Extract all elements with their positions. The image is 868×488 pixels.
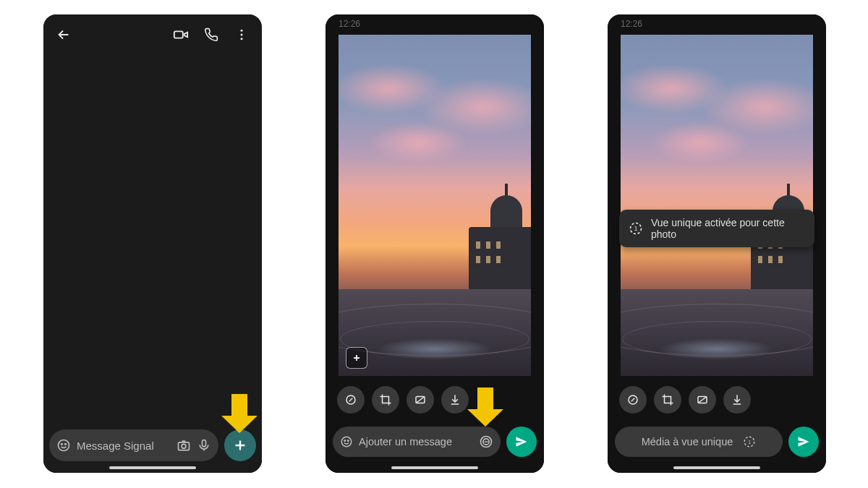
crop-tool-button[interactable] bbox=[372, 386, 399, 414]
svg-point-12 bbox=[341, 437, 352, 447]
svg-point-8 bbox=[182, 444, 186, 448]
svg-point-14 bbox=[348, 440, 349, 442]
media-preview[interactable] bbox=[621, 35, 813, 376]
more-options-button[interactable] bbox=[229, 22, 255, 48]
svg-point-4 bbox=[59, 440, 69, 451]
svg-text:1: 1 bbox=[748, 439, 751, 445]
chat-topbar bbox=[43, 14, 262, 55]
svg-rect-7 bbox=[179, 442, 190, 450]
edit-toolbar bbox=[619, 386, 814, 414]
back-button[interactable] bbox=[51, 22, 77, 48]
view-once-toggle-icon[interactable] bbox=[479, 435, 493, 449]
save-tool-button[interactable] bbox=[723, 386, 751, 414]
media-preview[interactable] bbox=[339, 35, 531, 376]
svg-point-1 bbox=[241, 30, 243, 32]
caption-placeholder: Ajouter un message bbox=[359, 436, 473, 448]
status-time: 12:26 bbox=[621, 19, 642, 29]
attach-plus-button[interactable] bbox=[224, 429, 256, 461]
svg-point-5 bbox=[61, 444, 63, 445]
video-call-button[interactable] bbox=[168, 22, 194, 48]
home-indicator bbox=[109, 466, 196, 469]
add-media-button[interactable] bbox=[346, 347, 367, 369]
composer-placeholder: Message Signal bbox=[77, 440, 171, 452]
voice-call-button[interactable] bbox=[198, 22, 224, 48]
svg-rect-0 bbox=[174, 31, 183, 38]
svg-rect-9 bbox=[203, 440, 206, 447]
chat-messages-area bbox=[43, 55, 262, 429]
svg-point-13 bbox=[344, 440, 346, 442]
draw-tool-button[interactable] bbox=[337, 386, 365, 414]
view-once-caption[interactable]: Média à vue unique 1 bbox=[615, 427, 783, 457]
svg-text:1: 1 bbox=[634, 225, 638, 232]
send-button[interactable] bbox=[506, 427, 537, 457]
screen-view-once-enabled: 12:26 bbox=[608, 14, 826, 473]
crop-tool-button[interactable] bbox=[654, 386, 681, 414]
quality-tool-button[interactable] bbox=[689, 386, 716, 414]
microphone-icon[interactable] bbox=[197, 438, 211, 453]
svg-point-3 bbox=[241, 38, 243, 40]
caption-input[interactable]: Ajouter un message bbox=[333, 427, 501, 457]
edit-toolbar bbox=[337, 386, 532, 414]
home-indicator bbox=[391, 466, 478, 469]
screen-chat: Message Signal bbox=[43, 14, 262, 473]
emoji-icon[interactable] bbox=[56, 438, 71, 453]
svg-point-6 bbox=[65, 444, 67, 445]
quality-tool-button[interactable] bbox=[407, 386, 434, 414]
view-once-toast: 1 Vue unique activée pour cette photo bbox=[619, 210, 814, 247]
view-once-icon: 1 bbox=[628, 221, 644, 236]
status-time: 12:26 bbox=[339, 19, 360, 29]
screen-media-preview: 12:26 bbox=[326, 14, 544, 473]
camera-icon[interactable] bbox=[176, 438, 191, 453]
home-indicator bbox=[673, 466, 760, 469]
view-once-icon: 1 bbox=[743, 435, 756, 448]
message-composer[interactable]: Message Signal bbox=[49, 429, 218, 461]
send-button[interactable] bbox=[788, 427, 819, 457]
svg-point-2 bbox=[241, 34, 243, 36]
toast-text: Vue unique activée pour cette photo bbox=[651, 217, 806, 240]
save-tool-button[interactable] bbox=[441, 386, 469, 414]
draw-tool-button[interactable] bbox=[619, 386, 647, 414]
caption-label: Média à vue unique bbox=[642, 436, 733, 448]
emoji-icon[interactable] bbox=[340, 435, 353, 448]
